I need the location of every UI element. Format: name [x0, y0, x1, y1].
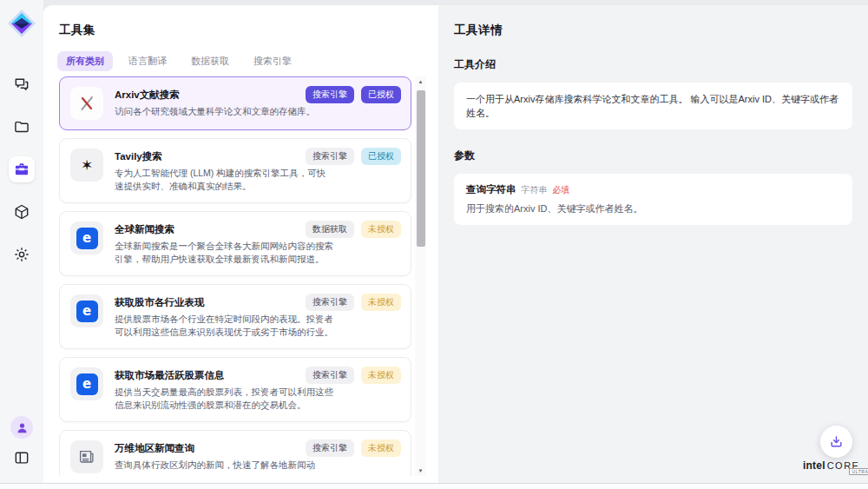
- category-badge: 搜索引擎: [306, 294, 354, 311]
- category-tabs: 所有类别语言翻译数据获取搜索引擎: [57, 51, 438, 71]
- ultra-badge: ULTRA: [849, 468, 868, 475]
- tool-card-2[interactable]: e 全球新闻搜索 全球新闻搜索是一个聚合全球各大新闻网站内容的搜索引擎，帮助用户…: [59, 211, 411, 276]
- page-title: 工具集: [59, 23, 438, 38]
- category-badge: 搜索引擎: [306, 86, 354, 103]
- auth-badge: 未授权: [361, 439, 401, 457]
- sidebar-nav: [0, 71, 43, 268]
- download-button[interactable]: [820, 426, 852, 458]
- panel-toggle-icon: [13, 449, 30, 466]
- scroll-up-arrow-icon[interactable]: ▲: [415, 76, 426, 87]
- sidebar: [0, 0, 43, 483]
- auth-badge: 未授权: [361, 294, 401, 311]
- intro-box: 一个用于从Arxiv存储库搜索科学论文和文章的工具。 输入可以是Arxiv ID…: [454, 83, 852, 129]
- auth-badge: 已授权: [361, 148, 401, 165]
- tool-description: 提供股票市场各个行业在特定时间段内的表现。投资者可以利用这些信息来识别表现优于或…: [115, 313, 333, 339]
- tool-card-4[interactable]: e 获取市场最活跃股票信息 提供当天交易量最高的股票列表，投资者可以利用这些信息…: [59, 357, 411, 422]
- sidebar-item-settings[interactable]: [9, 241, 35, 268]
- param-header: 查询字符串 字符串 必填: [466, 183, 840, 196]
- tool-description: 专为人工智能代理 (LLM) 构建的搜索引擎工具，可快速提供实时、准确和真实的结…: [115, 167, 333, 193]
- tool-list-panel: 工具集 所有类别语言翻译数据获取搜索引擎 Arxiv文献搜索 访问各个研究领域大…: [43, 5, 438, 483]
- tool-description: 全球新闻搜索是一个聚合全球各大新闻网站内容的搜索引擎，帮助用户快速获取全球最新资…: [115, 240, 333, 266]
- intel-core-logo: intel CORE ULTRA: [803, 459, 868, 475]
- category-tab-2[interactable]: 数据获取: [182, 51, 238, 71]
- tool-title: 获取股市各行业表现: [115, 296, 333, 309]
- global-e-logo-icon: e: [70, 294, 103, 327]
- intel-wordmark: intel: [803, 459, 825, 472]
- user-avatar-icon: [16, 421, 29, 434]
- arxiv-logo-icon: [70, 87, 103, 120]
- param-description: 用于搜索的Arxiv ID、关键字或作者姓名。: [466, 202, 840, 215]
- param-box: 查询字符串 字符串 必填 用于搜索的Arxiv ID、关键字或作者姓名。: [454, 174, 852, 225]
- category-badge: 搜索引擎: [306, 439, 354, 457]
- auth-badge: 已授权: [361, 86, 401, 103]
- download-icon: [829, 434, 844, 449]
- gear-icon: [13, 246, 30, 263]
- intro-text: 一个用于从Arxiv存储库搜索科学论文和文章的工具。 输入可以是Arxiv ID…: [466, 92, 840, 120]
- scrollbar-thumb[interactable]: [417, 90, 425, 247]
- user-avatar[interactable]: [10, 416, 33, 439]
- newspaper-icon: [70, 440, 103, 473]
- bottom-strip: [0, 483, 868, 489]
- category-badge: 数据获取: [306, 221, 354, 238]
- tool-card-1[interactable]: ✶ Tavily搜索 专为人工智能代理 (LLM) 构建的搜索引擎工具，可快速提…: [59, 138, 411, 203]
- sidebar-item-files[interactable]: [9, 114, 35, 140]
- sidebar-item-tools[interactable]: [9, 156, 35, 182]
- chat-icon: [13, 76, 30, 93]
- app-window: 工具集 所有类别语言翻译数据获取搜索引擎 Arxiv文献搜索 访问各个研究领域大…: [0, 0, 868, 489]
- global-e-logo-icon: e: [70, 221, 103, 254]
- sidebar-item-chat[interactable]: [9, 71, 35, 97]
- toolbox-icon: [13, 161, 30, 178]
- tool-title: Tavily搜索: [115, 150, 333, 163]
- tool-title: Arxiv文献搜索: [115, 89, 333, 102]
- category-tab-1[interactable]: 语言翻译: [120, 51, 175, 71]
- tool-detail-panel: 工具详情 工具介绍 一个用于从Arxiv存储库搜索科学论文和文章的工具。 输入可…: [438, 5, 868, 483]
- param-name: 查询字符串: [466, 183, 516, 196]
- tool-description: 访问各个研究领域大量科学论文和文章的存储库。: [115, 105, 333, 118]
- auth-badge: 未授权: [361, 221, 401, 238]
- category-badge: 搜索引擎: [306, 148, 354, 165]
- sidebar-item-packages[interactable]: [9, 199, 35, 225]
- cube-icon: [13, 203, 30, 221]
- intro-heading: 工具介绍: [454, 57, 852, 72]
- param-type: 字符串: [522, 184, 548, 196]
- tool-cards-list: Arxiv文献搜索 访问各个研究领域大量科学论文和文章的存储库。 搜索引擎 已授…: [59, 76, 411, 476]
- category-badge: 搜索引擎: [306, 367, 354, 384]
- sidebar-bottom: [0, 416, 43, 471]
- global-e-logo-icon: e: [70, 367, 103, 400]
- tool-card-0[interactable]: Arxiv文献搜索 访问各个研究领域大量科学论文和文章的存储库。 搜索引擎 已授…: [59, 76, 411, 130]
- tool-title: 全球新闻搜索: [115, 223, 333, 236]
- detail-title: 工具详情: [454, 23, 852, 38]
- scrollbar[interactable]: ▲ ▼: [415, 76, 426, 476]
- tool-description: 提供当天交易量最高的股票列表，投资者可以利用这些信息来识别流动性强的股票和潜在的…: [115, 386, 333, 412]
- tool-card-5[interactable]: 万维地区新闻查询 查询具体行政区划内的新闻，快速了解各地新闻动 搜索引擎 未授权: [59, 430, 411, 476]
- tool-title: 万维地区新闻查询: [115, 442, 333, 455]
- app-logo-icon: [7, 9, 36, 38]
- tool-title: 获取市场最活跃股票信息: [115, 369, 333, 382]
- category-tab-0[interactable]: 所有类别: [57, 51, 113, 71]
- tool-description: 查询具体行政区划内的新闻，快速了解各地新闻动: [115, 459, 333, 472]
- category-tab-3[interactable]: 搜索引擎: [245, 51, 300, 71]
- tool-card-3[interactable]: e 获取股市各行业表现 提供股票市场各个行业在特定时间段内的表现。投资者可以利用…: [59, 284, 411, 349]
- auth-badge: 未授权: [361, 367, 401, 384]
- scroll-down-arrow-icon[interactable]: ▼: [415, 466, 426, 476]
- panel-toggle-button[interactable]: [9, 445, 35, 471]
- param-required-flag: 必填: [553, 184, 570, 196]
- params-heading: 参数: [454, 149, 852, 163]
- folder-icon: [13, 118, 30, 135]
- tavily-star-icon: ✶: [70, 149, 103, 182]
